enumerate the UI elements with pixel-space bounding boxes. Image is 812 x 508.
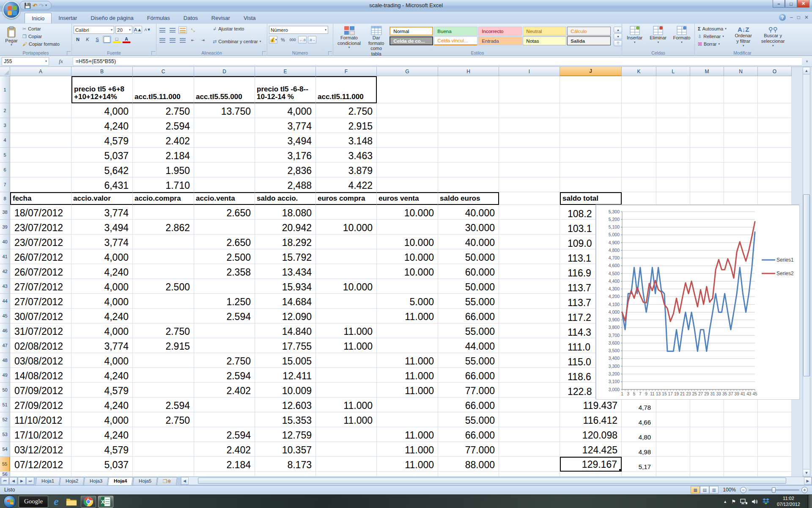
cell-G54[interactable]: 11.000 [377, 442, 438, 457]
cell-M7[interactable] [690, 177, 724, 192]
cell-C8[interactable]: accio.compra [133, 192, 194, 205]
row-header-1[interactable]: 1 [0, 76, 10, 103]
cell-G42[interactable]: 10.000 [377, 264, 438, 279]
decrease-indent-button[interactable]: ⇤ [189, 36, 197, 44]
cell-O54[interactable] [758, 442, 792, 457]
cell-A41[interactable]: 26/07/2012 [10, 249, 71, 264]
cell-B43[interactable]: 4,000 [71, 279, 133, 294]
column-header-O[interactable]: O [758, 67, 792, 76]
cell-K6[interactable] [622, 163, 656, 177]
cell-D56[interactable] [194, 472, 255, 477]
cell-style-entrada[interactable]: Entrada [478, 36, 522, 45]
zoom-level[interactable]: 100% [723, 487, 736, 493]
cell-E41[interactable]: 15.792 [255, 249, 316, 264]
embedded-chart[interactable]: 3,0003,1003,2003,3003,4003,5003,6003,700… [595, 204, 799, 399]
cell-D7[interactable] [194, 177, 255, 192]
cell-B41[interactable]: 4,000 [71, 249, 133, 264]
cell-A6[interactable] [10, 163, 71, 177]
cell-M4[interactable] [690, 133, 724, 148]
ribbon-tab-dise-o-de-p-gina[interactable]: Diseño de página [84, 13, 140, 23]
row-header-38[interactable]: 38 [0, 205, 10, 220]
row-header-7[interactable]: 7 [0, 177, 10, 192]
cell-D50[interactable]: 2.402 [194, 383, 255, 398]
cell-N54[interactable] [724, 442, 758, 457]
cell-D6[interactable] [194, 163, 255, 177]
cell-K1[interactable] [622, 76, 656, 103]
cell-F3[interactable]: 2.915 [316, 118, 377, 133]
row-header-41[interactable]: 41 [0, 249, 10, 264]
cell-O7[interactable] [758, 177, 792, 192]
cell-J5[interactable] [560, 148, 622, 163]
ribbon-tab-datos[interactable]: Datos [177, 13, 205, 23]
column-header-L[interactable]: L [656, 67, 690, 76]
cell-F38[interactable] [316, 205, 377, 220]
cell-H53[interactable]: 66.000 [438, 427, 499, 442]
cell-M51[interactable] [690, 398, 724, 412]
cell-B39[interactable]: 3,494 [71, 220, 133, 235]
office-button[interactable] [3, 1, 20, 19]
cell-K56[interactable] [622, 472, 656, 477]
ribbon-tab-f-rmulas[interactable]: Fórmulas [140, 13, 177, 23]
cell-B46[interactable]: 4,000 [71, 323, 133, 338]
copy-button[interactable]: ❐Copiar [21, 33, 61, 40]
cell-A56[interactable] [10, 472, 71, 477]
ribbon-tab-insertar[interactable]: Insertar [52, 13, 84, 23]
cell-L7[interactable] [656, 177, 690, 192]
cell-E48[interactable]: 15.005 [255, 353, 316, 368]
cell-B40[interactable]: 3,774 [71, 235, 133, 249]
cell-H42[interactable]: 60.000 [438, 264, 499, 279]
cell-I51[interactable] [499, 398, 560, 412]
align-right-button[interactable] [178, 36, 187, 44]
styles-more-icon[interactable]: ▽ [614, 40, 622, 46]
cell-M3[interactable] [690, 118, 724, 133]
internet-explorer-icon[interactable]: e [50, 496, 62, 508]
cell-N4[interactable] [724, 133, 758, 148]
column-header-H[interactable]: H [438, 67, 499, 76]
cell-C43[interactable]: 2.500 [133, 279, 194, 294]
number-format-combo[interactable]: Número▾ [269, 26, 328, 34]
row-header-44[interactable]: 44 [0, 294, 10, 309]
prev-sheet-icon[interactable]: ◀ [9, 477, 17, 485]
cell-K7[interactable] [622, 177, 656, 192]
scroll-right-icon[interactable]: ▶ [804, 477, 812, 485]
cell-I47[interactable] [499, 338, 560, 353]
cell-C46[interactable]: 2.750 [133, 323, 194, 338]
styles-scroll-down-icon[interactable]: ▼ [614, 33, 622, 39]
cell-A7[interactable] [10, 177, 71, 192]
insertar-cells-button[interactable]: Insertar▾ [624, 25, 645, 45]
cell-I8[interactable] [499, 192, 560, 205]
sheet-tab-hoja2[interactable]: Hoja2 [60, 477, 85, 485]
cell-H6[interactable] [438, 163, 499, 177]
cell-J51[interactable]: 119.437 [560, 398, 622, 412]
cell-E7[interactable]: 2,488 [255, 177, 316, 192]
cell-H55[interactable]: 88.000 [438, 457, 499, 472]
cell-J8[interactable]: saldo total [560, 192, 622, 205]
cell-F45[interactable] [316, 309, 377, 323]
cell-C44[interactable] [133, 294, 194, 309]
cell-I38[interactable] [499, 205, 560, 220]
cell-F46[interactable]: 11.000 [316, 323, 377, 338]
insert-function-icon[interactable]: fx [49, 58, 73, 65]
column-header-G[interactable]: G [377, 67, 438, 76]
cell-K5[interactable] [622, 148, 656, 163]
cell-E38[interactable]: 18.080 [255, 205, 316, 220]
cell-N53[interactable] [724, 427, 758, 442]
workbook-minimize-icon[interactable]: – [790, 14, 793, 20]
cell-C41[interactable] [133, 249, 194, 264]
cell-E49[interactable]: 12.411 [255, 368, 316, 383]
cell-N8[interactable] [724, 192, 758, 205]
row-header-40[interactable]: 40 [0, 235, 10, 249]
cell-L51[interactable] [656, 398, 690, 412]
wrap-text-button[interactable]: ↲Ajustar texto [211, 25, 262, 33]
row-header-56[interactable]: 56 [0, 472, 10, 477]
cell-D38[interactable]: 2.650 [194, 205, 255, 220]
cell-C5[interactable]: 2.184 [133, 148, 194, 163]
cell-E8[interactable]: saldo accio. [255, 192, 316, 205]
cell-G39[interactable] [377, 220, 438, 235]
cell-style-notas[interactable]: Notas [523, 36, 566, 45]
cell-B4[interactable]: 4,579 [71, 133, 133, 148]
cell-O1[interactable] [758, 76, 792, 103]
sheet-tab-hoja4[interactable]: Hoja4 [108, 477, 133, 485]
eliminar-cells-button[interactable]: Eliminar▾ [647, 25, 669, 45]
cell-E45[interactable]: 12.090 [255, 309, 316, 323]
